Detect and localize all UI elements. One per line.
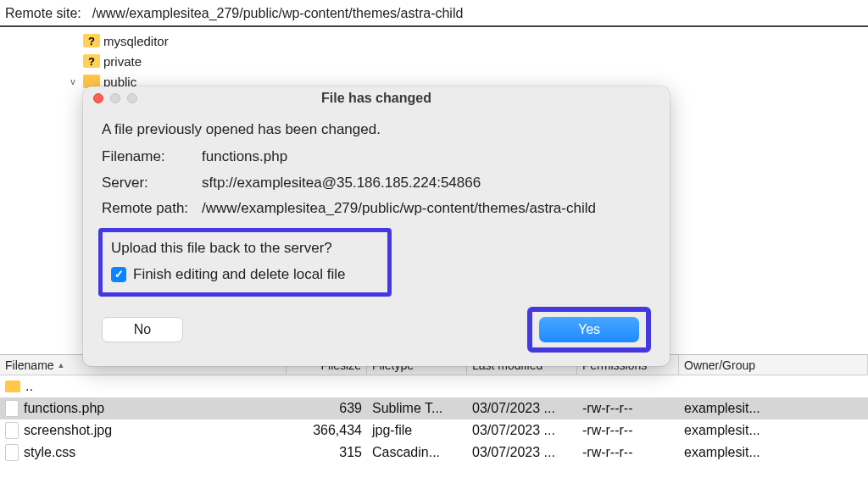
- file-modified: 03/07/2023 ...: [467, 423, 577, 438]
- close-icon[interactable]: [93, 93, 103, 103]
- dialog-title: File has changed: [83, 91, 670, 106]
- dialog-body: A file previously opened has been change…: [83, 110, 670, 297]
- tree-item-label: mysqleditor: [103, 34, 169, 48]
- file-icon: [5, 422, 19, 439]
- finish-editing-label: Finish editing and delete local file: [133, 264, 345, 286]
- folder-unknown-icon: ?: [83, 34, 100, 47]
- file-owner: examplesit...: [679, 423, 868, 438]
- file-type: jpg-file: [367, 423, 467, 438]
- file-name: style.css: [24, 445, 75, 460]
- upload-prompt-highlight: Upload this file back to the server? ✓ F…: [98, 228, 392, 297]
- file-size: 639: [287, 401, 367, 416]
- filename-value: functions.php: [202, 146, 651, 168]
- server-value: sftp://examplesitea@35.186.185.224:54866: [202, 172, 651, 194]
- remote-tree: ? mysqleditor ? private v public: [0, 27, 868, 93]
- file-permissions: -rw-r--r--: [577, 423, 679, 438]
- dialog-button-row: No Yes: [83, 297, 670, 353]
- yes-button-highlight: Yes: [527, 307, 651, 353]
- file-permissions: -rw-r--r--: [577, 401, 679, 416]
- tree-item[interactable]: ? private: [66, 51, 868, 71]
- tree-item[interactable]: ? mysqleditor: [66, 31, 868, 51]
- header-filename-label: Filename: [5, 358, 54, 372]
- yes-button[interactable]: Yes: [539, 317, 639, 342]
- filename-label: Filename:: [102, 146, 202, 168]
- finish-editing-checkbox-row[interactable]: ✓ Finish editing and delete local file: [111, 264, 379, 286]
- dialog-message: A file previously opened has been change…: [102, 119, 651, 141]
- file-type: Sublime T...: [367, 401, 467, 416]
- table-row[interactable]: style.css 315 Cascadin... 03/07/2023 ...…: [0, 442, 868, 464]
- remote-site-label: Remote site:: [5, 6, 81, 21]
- file-changed-dialog: File has changed A file previously opene…: [83, 86, 670, 366]
- window-traffic-lights: [93, 93, 137, 103]
- file-type: Cascadin...: [367, 445, 467, 460]
- file-owner: examplesit...: [679, 445, 868, 460]
- file-icon: [5, 444, 19, 461]
- file-icon: [5, 400, 19, 417]
- remote-path-value: /www/examplesitea_279/public/wp-content/…: [202, 197, 651, 219]
- file-name: screenshot.jpg: [24, 423, 112, 438]
- remote-site-path-input[interactable]: /www/examplesitea_279/public/wp-content/…: [88, 3, 863, 24]
- file-size: 366,434: [287, 423, 367, 438]
- checkbox-checked-icon[interactable]: ✓: [111, 267, 126, 282]
- remote-site-bar: Remote site: /www/examplesitea_279/publi…: [0, 0, 868, 27]
- tree-expander[interactable]: v: [66, 76, 80, 86]
- header-owner[interactable]: Owner/Group: [679, 355, 868, 375]
- sort-asc-icon: ▲: [54, 361, 65, 369]
- zoom-icon: [127, 93, 137, 103]
- file-name: functions.php: [24, 401, 104, 416]
- file-size: 315: [287, 445, 367, 460]
- upload-prompt: Upload this file back to the server?: [111, 237, 379, 259]
- table-row[interactable]: screenshot.jpg 366,434 jpg-file 03/07/20…: [0, 419, 868, 442]
- file-permissions: -rw-r--r--: [577, 445, 679, 460]
- file-list: Filename ▲ Filesize Filetype Last modifi…: [0, 354, 868, 464]
- tree-item-label: private: [103, 54, 142, 69]
- folder-unknown-icon: ?: [83, 54, 100, 68]
- table-row[interactable]: functions.php 639 Sublime T... 03/07/202…: [0, 397, 868, 419]
- no-button[interactable]: No: [102, 317, 183, 342]
- dialog-titlebar: File has changed: [83, 86, 670, 110]
- file-modified: 03/07/2023 ...: [467, 445, 577, 460]
- server-label: Server:: [102, 172, 202, 194]
- remote-path-label: Remote path:: [102, 197, 202, 219]
- file-name: ..: [25, 379, 33, 394]
- minimize-icon: [110, 93, 120, 103]
- file-modified: 03/07/2023 ...: [467, 401, 577, 416]
- folder-icon: [5, 381, 20, 392]
- table-row-parent[interactable]: ..: [0, 375, 868, 397]
- file-owner: examplesit...: [679, 401, 868, 416]
